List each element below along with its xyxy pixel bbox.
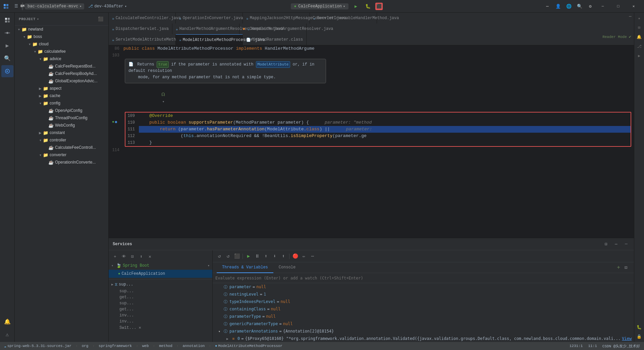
debug-edit-btn[interactable]: ✏ [300, 252, 308, 260]
status-springframework[interactable]: springframework [97, 344, 133, 348]
sidebar-collapse-icon[interactable]: ⬛ [97, 15, 104, 23]
right-debug-icon[interactable]: 🐛 [635, 323, 643, 331]
close-service-button[interactable]: ✕ [146, 253, 154, 260]
tab-overflow-button[interactable]: ⋯ [627, 13, 634, 20]
tree-item-OperationInConverter[interactable]: ☕ OperationInConverte... [15, 159, 108, 166]
services-expand-icon[interactable]: ⊡ [602, 240, 610, 248]
status-csdn[interactable]: CSDN @头发少_技术好 [601, 344, 641, 349]
tree-item-calculatefee[interactable]: ▾ 📁 calculatefee [15, 48, 108, 55]
debug-stop-btn[interactable]: ⬛ [233, 252, 241, 260]
activity-git-icon[interactable] [1, 65, 13, 77]
tab-HandlerMethodArgResolverComposite[interactable]: ☕ HandlerMethodArgumentResolverComposite… [172, 24, 239, 34]
activity-notifications-icon[interactable]: 🔔 [1, 316, 13, 328]
stop-button[interactable]: ⬛ [375, 3, 383, 10]
activity-project-icon[interactable] [1, 14, 13, 26]
eval-input[interactable] [215, 276, 631, 280]
springboot-dropdown[interactable]: ▾ [205, 262, 212, 269]
debug-resume-btn[interactable]: ▶ [245, 252, 253, 260]
status-jar-path[interactable]: ☁ spring-web-5.3.31-sources.jar [3, 344, 73, 348]
right-git-icon[interactable]: ⎇ [635, 42, 643, 50]
minimize-button[interactable]: ─ [595, 0, 610, 13]
debug-pause-btn[interactable]: ⏸ [253, 252, 261, 260]
var-parameterAnnotations[interactable]: ▾ ⓘ parameterAnnotations = {Annotation[2… [213, 327, 634, 335]
project-selector[interactable]: bac-calculatefee-msvc ▾ [25, 3, 84, 9]
tree-item-CalcFeeRequestBody[interactable]: ☕ CalcFeeRequestBod... [15, 62, 108, 70]
menu-button[interactable]: ☰ [12, 2, 20, 10]
debug-reload-btn[interactable]: ↺ [224, 252, 232, 260]
var-typeIndexesPerLevel[interactable]: ⓘ typeIndexesPerLevel = null [213, 298, 634, 305]
more-actions-button[interactable]: ⋯ [543, 2, 552, 11]
services-more-icon[interactable]: ⋯ [612, 240, 620, 248]
tree-item-cache[interactable]: ▶ 📁 cache [15, 92, 108, 99]
tab-ServletModelAttribute[interactable]: ☕ ServletModelAttributeMethodProcessor.j… [109, 34, 176, 45]
tree-item-CalculateFeeController[interactable]: ☕ CalculateFeeControll... [15, 144, 108, 151]
tree-item-OpenApiConfig[interactable]: ☕ OpenApiConfig [15, 107, 108, 114]
tab-console[interactable]: Console [273, 262, 301, 273]
right-structure-icon[interactable]: ⊞ [635, 24, 643, 32]
tab-OperationInConverter[interactable]: ☕ OperationInConverter.java [176, 13, 243, 24]
run-config-selector[interactable]: ● CalcFeeApplication ▾ [291, 3, 348, 9]
branch-selector[interactable]: ⎇ dev-430after ▾ [86, 3, 129, 9]
tree-item-cloud[interactable]: ▾ 📁 cloud [15, 40, 108, 48]
debug-mute-btn[interactable]: 🔴 [291, 252, 299, 260]
tab-threads-variables[interactable]: Threads & Variables [217, 262, 273, 273]
tab-ServletInvocable[interactable]: ☕ ServletInvocableHandlerMethod.java [310, 13, 377, 24]
var-parameter[interactable]: ⓘ parameter = null [213, 283, 634, 291]
right-notifications-icon[interactable]: 🔔 [635, 33, 643, 41]
var-genericParameterType[interactable]: ⓘ genericParameterType = null [213, 320, 634, 327]
tree-item-GlobalException[interactable]: ☕ GlobalExceptionAdvic... [15, 77, 108, 85]
tree-item-config[interactable]: ▾ 📁 config [15, 99, 108, 107]
tab-CalculateFeeController[interactable]: ☕ CalculateFeeController.java [109, 13, 176, 24]
eval-bar[interactable] [213, 273, 634, 283]
var-view-link-1[interactable]: View [622, 336, 632, 341]
activity-search-icon[interactable]: 🔍 [1, 52, 13, 64]
reader-mode-check[interactable]: ✔ [629, 34, 631, 45]
maximize-button[interactable]: □ [610, 0, 626, 13]
tree-item-constant[interactable]: ▶ 📁 constant [15, 129, 108, 136]
service-calcfeeapp[interactable]: ● CalcFeeApplication [109, 270, 212, 278]
run-button[interactable]: ▶ [351, 2, 361, 11]
expand-service-button[interactable]: ⊡ [129, 253, 136, 260]
status-web[interactable]: web [141, 344, 150, 348]
show-service-button[interactable]: 👁 [120, 253, 127, 260]
status-method[interactable]: method [158, 344, 174, 348]
services-minimize-icon[interactable]: ─ [623, 240, 630, 248]
tab-MappingJackson2[interactable]: ☕ MappingJackson2HttpMessageConverter.ja… [243, 13, 310, 24]
reader-mode-button[interactable]: Reader Mode [600, 34, 629, 45]
right-terminal-icon[interactable]: ▶ [635, 52, 643, 60]
tree-item-converter[interactable]: ▾ 📁 converter [15, 151, 108, 159]
status-annotation[interactable]: annotation [181, 344, 206, 348]
debug-more-btn[interactable]: ⋯ [309, 252, 317, 260]
tree-item-CalcFeeRespBody[interactable]: ☕ CalcFeeRespBodyAd... [15, 70, 108, 77]
tree-item-boss[interactable]: ▾ 📁 boss [15, 33, 108, 40]
collapse-service-button[interactable]: ⬆ [138, 253, 145, 260]
status-org[interactable]: org [80, 344, 90, 348]
debug-button[interactable]: 🐛 [363, 2, 373, 11]
tree-item-aspect[interactable]: ▶ 📁 aspect [15, 85, 108, 92]
tab-ModelAttributeMethodProcessor[interactable]: ☕ ModelAttributeMethodProcessor.java ✕ [176, 34, 243, 45]
tree-item-ThreadPoolConfig[interactable]: ☕ ThreadPoolConfig [15, 114, 108, 122]
var-containingClass[interactable]: ⓘ containingClass = null [213, 305, 634, 313]
activity-problems-icon[interactable]: ⚠ [1, 329, 13, 341]
debug-stepover-btn[interactable]: ⬆ [262, 252, 270, 260]
tree-item-advice[interactable]: ▾ 📁 advice [15, 55, 108, 62]
right-lock-icon[interactable]: 🔒 [635, 333, 643, 341]
tab-HandlerMethodArgResolver[interactable]: ☕ HandlerMethodArgumentResolver.java [239, 24, 307, 34]
debug-add-watch-btn[interactable]: + [615, 264, 622, 271]
tab-DispatcherServlet[interactable]: ☕ DispatcherServlet.java [109, 24, 172, 34]
service-springboot[interactable]: ▾ 🍃 Spring Boot ▾ [109, 262, 212, 270]
tree-item-newland[interactable]: ▾ 📁 newland [15, 26, 108, 33]
add-service-button[interactable]: + [111, 253, 119, 260]
code-area[interactable]: 86 public class ModelAttributeMethodProc… [109, 45, 634, 238]
tree-item-controller[interactable]: ▾ 📁 controller [15, 136, 108, 144]
profile-button[interactable]: 👤 [553, 2, 563, 11]
translate-button[interactable]: 🌐 [564, 2, 574, 11]
tree-item-WebConfig[interactable]: ☕ WebConfig [15, 122, 108, 129]
activity-commit-icon[interactable] [1, 27, 13, 39]
status-line-col[interactable]: 1231:1 [568, 344, 584, 348]
var-nestingLevel[interactable]: ⓘ nestingLevel = 1 [213, 291, 634, 298]
debug-stepout-btn[interactable]: ⬆ [279, 252, 287, 260]
activity-run-icon[interactable]: ▶ [1, 40, 13, 52]
tab-MethodParameter[interactable]: 📄 MethodParameter.class [243, 34, 307, 45]
var-annotation-0[interactable]: ▶ ≡ 0 = {$Proxy65@18160} "*org.springfra… [213, 335, 634, 342]
